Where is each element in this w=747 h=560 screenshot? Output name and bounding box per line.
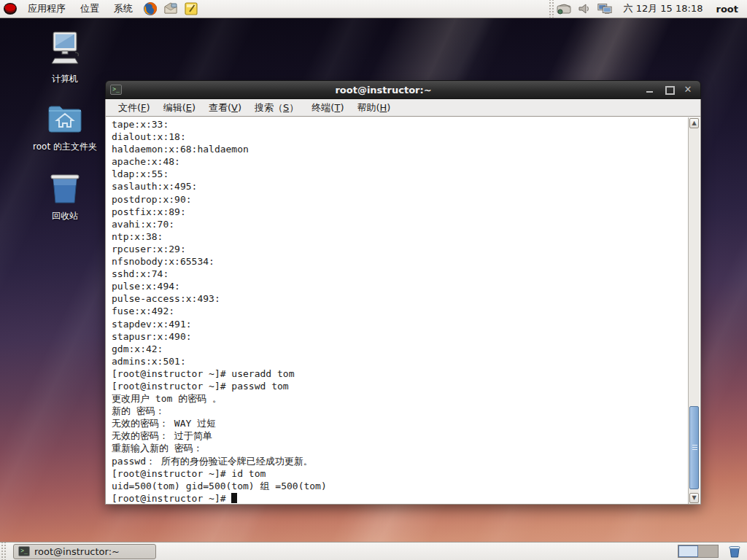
terminal-line: haldaemon:x:68:haldaemon: [112, 143, 686, 155]
terminal-scrollbar[interactable]: ▲ ▼: [688, 117, 700, 504]
terminal-line: avahi:x:70:: [112, 218, 686, 230]
terminal-line: admins:x:501:: [112, 355, 686, 368]
scroll-down-icon[interactable]: ▼: [689, 493, 699, 503]
desktop-icon-home-folder-label: root 的主文件夹: [33, 141, 97, 153]
menu-places-label: 位置: [80, 2, 99, 15]
terminal-line: postfix:x:89:: [112, 206, 686, 218]
terminal-line: postdrop:x:90:: [112, 193, 686, 206]
email-icon[interactable]: [163, 1, 179, 17]
computer-icon: [46, 29, 84, 70]
terminal-line: passwd： 所有的身份验证令牌已经成功更新。: [112, 455, 686, 467]
menu-file[interactable]: 文件(F): [112, 101, 157, 114]
desktop-icon-trash[interactable]: 回收站: [22, 171, 108, 222]
terminal-line: 无效的密码： WAY 过短: [112, 417, 686, 429]
redhat-logo-icon[interactable]: [2, 1, 18, 17]
taskbar-trash-icon[interactable]: [727, 544, 743, 559]
volume-icon[interactable]: [576, 1, 592, 16]
user-menu[interactable]: root: [712, 4, 747, 15]
terminal-menubar: 文件(F) 编辑(E) 查看(V) 搜索（S） 终端(T) 帮助(H): [105, 99, 701, 117]
terminal-line: apache:x:48:: [112, 155, 686, 168]
menu-terminal[interactable]: 终端(T): [305, 101, 350, 114]
terminal-line: ntp:x:38:: [112, 230, 686, 243]
workspace-switcher: [678, 545, 719, 558]
maximize-button[interactable]: [664, 85, 674, 95]
terminal-line: saslauth:x:495:: [112, 180, 686, 192]
menu-applications-label: 应用程序: [28, 2, 66, 15]
terminal-cursor: [231, 493, 237, 503]
taskbar-terminal-icon: >_: [18, 546, 30, 556]
taskbar-window-button[interactable]: >_ root@instructor:~: [13, 544, 156, 559]
top-panel: 应用程序 位置 系统: [0, 0, 747, 18]
trash-icon: [47, 171, 82, 207]
terminal-line: stapusr:x:490:: [112, 330, 686, 343]
menu-system-label: 系统: [114, 2, 133, 15]
terminal-window-icon: >_: [110, 85, 122, 95]
taskbar-grip[interactable]: [0, 542, 6, 560]
terminal-line: ldap:x:55:: [112, 168, 686, 180]
terminal-line: 更改用户 tom 的密码 。: [112, 392, 686, 405]
home-folder-icon: [46, 103, 84, 138]
desktop-icon-home-folder[interactable]: root 的主文件夹: [22, 103, 108, 153]
terminal-line: 无效的密码： 过于简单: [112, 429, 686, 442]
menu-edit[interactable]: 编辑(E): [157, 101, 202, 114]
scroll-up-icon[interactable]: ▲: [689, 118, 699, 128]
terminal-line: stapdev:x:491:: [112, 318, 686, 330]
terminal-line: 重新输入新的 密码：: [112, 442, 686, 454]
terminal-line: rpcuser:x:29:: [112, 243, 686, 255]
menu-search[interactable]: 搜索（S）: [248, 101, 305, 114]
terminal-line: fuse:x:492:: [112, 305, 686, 317]
keyboard-icon[interactable]: [556, 1, 572, 16]
terminal-line: uid=500(tom) gid=500(tom) 组 =500(tom): [112, 480, 686, 492]
minimize-button[interactable]: [645, 85, 655, 95]
workspace-2[interactable]: [698, 545, 718, 557]
firefox-icon[interactable]: [142, 1, 158, 17]
display-icon[interactable]: [597, 1, 613, 16]
desktop-icon-computer-label: 计算机: [52, 73, 78, 85]
terminal-line: gdm:x:42:: [112, 343, 686, 355]
terminal-line: pulse-access:x:493:: [112, 292, 686, 305]
desktop-icon-computer[interactable]: 计算机: [22, 29, 108, 85]
terminal-line: pulse:x:494:: [112, 280, 686, 292]
terminal-prompt-line: [root@instructor ~]#: [112, 492, 686, 505]
menu-help[interactable]: 帮助(H): [350, 101, 397, 114]
clock[interactable]: 六 12月 15 18:18: [615, 2, 712, 15]
terminal-line: 新的 密码：: [112, 405, 686, 417]
menu-system[interactable]: 系统: [107, 0, 140, 18]
menu-view[interactable]: 查看(V): [202, 101, 248, 114]
desktop-icons: 计算机 root 的主文件夹 回收站: [22, 29, 108, 240]
terminal-titlebar[interactable]: >_ root@instructor:~ ✕: [105, 80, 701, 99]
menu-applications[interactable]: 应用程序: [20, 0, 73, 18]
panel-grip[interactable]: [548, 0, 554, 18]
terminal-line: tape:x:33:: [112, 118, 686, 131]
terminal-line: [root@instructor ~]# useradd tom: [112, 368, 686, 380]
terminal-output: tape:x:33:dialout:x:18:haldaemon:x:68:ha…: [112, 118, 686, 505]
terminal-window: >_ root@instructor:~ ✕ 文件(F) 编辑(E) 查看(V)…: [105, 80, 701, 505]
desktop-icon-trash-label: 回收站: [52, 210, 78, 222]
scrollbar-thumb[interactable]: [689, 406, 699, 489]
close-button[interactable]: ✕: [683, 85, 693, 95]
terminal-line: dialout:x:18:: [112, 131, 686, 143]
menu-places[interactable]: 位置: [73, 0, 107, 18]
terminal-line: nfsnobody:x:65534:: [112, 255, 686, 268]
terminal-line: [root@instructor ~]# id tom: [112, 467, 686, 480]
terminal-prompt: [root@instructor ~]#: [112, 493, 231, 504]
terminal-content[interactable]: tape:x:33:dialout:x:18:haldaemon:x:68:ha…: [105, 117, 701, 505]
workspace-1[interactable]: [678, 545, 698, 557]
terminal-line: sshd:x:74:: [112, 268, 686, 280]
window-title: root@instructor:~: [122, 85, 645, 96]
text-editor-icon[interactable]: [183, 1, 199, 17]
screen: 应用程序 位置 系统: [0, 0, 747, 560]
terminal-line: [root@instructor ~]# passwd tom: [112, 380, 686, 392]
taskbar-window-label: root@instructor:~: [34, 546, 120, 557]
bottom-panel: >_ root@instructor:~: [0, 542, 747, 560]
